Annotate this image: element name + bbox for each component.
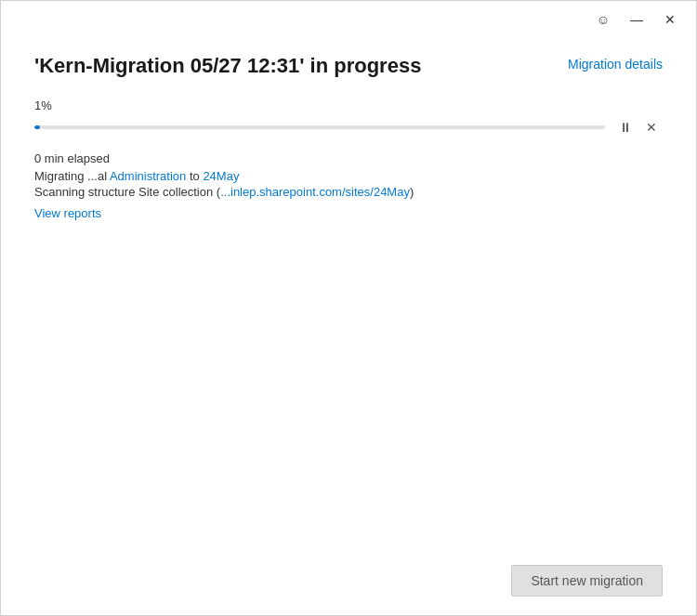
minimize-button[interactable]: — [622, 5, 651, 34]
view-reports-link[interactable]: View reports [34, 206, 101, 220]
cancel-progress-button[interactable]: ✕ [640, 116, 663, 138]
page-title: 'Kern-Migration 05/27 12:31' in progress [34, 53, 421, 80]
elapsed-time: 0 min elapsed [34, 151, 663, 165]
cancel-icon: ✕ [646, 120, 657, 135]
content-spacer [34, 221, 663, 531]
footer: Start new migration [1, 554, 696, 615]
progress-section: 1% ⏸ ✕ [34, 98, 663, 138]
start-migration-button[interactable]: Start new migration [511, 565, 663, 596]
administration-link[interactable]: Administration [110, 169, 186, 183]
sharepoint-link[interactable]: ...inlep.sharepoint.com/sites/24May [220, 185, 410, 199]
progress-bar-track [34, 125, 605, 129]
pause-icon: ⏸ [619, 120, 632, 135]
migration-details-link[interactable]: Migration details [568, 57, 663, 72]
pause-button[interactable]: ⏸ [614, 116, 637, 138]
close-window-button[interactable]: ✕ [655, 5, 685, 34]
main-window: ☺ — ✕ 'Kern-Migration 05/27 12:31' in pr… [0, 0, 697, 616]
title-bar: ☺ — ✕ [1, 1, 696, 38]
scanning-suffix: ) [410, 185, 414, 199]
migrating-line: Migrating ...al Administration to 24May [34, 169, 663, 183]
emoji-button[interactable]: ☺ [588, 5, 618, 34]
migrating-middle: to [186, 169, 203, 183]
main-content: 'Kern-Migration 05/27 12:31' in progress… [1, 38, 696, 554]
migrating-prefix: Migrating ...al [34, 169, 110, 183]
progress-bar-fill [34, 125, 40, 129]
status-section: 0 min elapsed Migrating ...al Administra… [34, 151, 663, 221]
progress-controls: ⏸ ✕ [614, 116, 663, 138]
progress-bar-container: ⏸ ✕ [34, 116, 663, 138]
header-row: 'Kern-Migration 05/27 12:31' in progress… [34, 53, 663, 80]
24may-link[interactable]: 24May [203, 169, 239, 183]
scanning-line: Scanning structure Site collection (...i… [34, 185, 663, 199]
scanning-prefix: Scanning structure Site collection ( [34, 185, 220, 199]
progress-percent: 1% [34, 98, 663, 112]
